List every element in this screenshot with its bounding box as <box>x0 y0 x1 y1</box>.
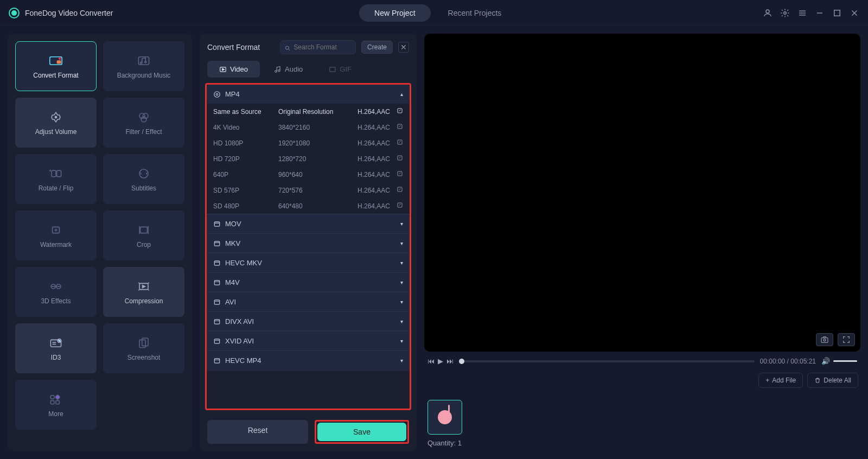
format-group-hevc-mp4[interactable]: HEVC MP4▾ <box>207 351 410 370</box>
create-button[interactable]: Create <box>361 41 393 54</box>
save-button[interactable]: Save <box>317 423 406 441</box>
svg-rect-20 <box>57 170 61 176</box>
tool-label: More <box>48 410 63 418</box>
prev-button[interactable]: ⏮ <box>427 357 435 365</box>
svg-line-40 <box>288 49 290 50</box>
edit-icon[interactable] <box>393 170 403 178</box>
svg-rect-65 <box>214 319 219 323</box>
tool-compression[interactable]: Compression <box>103 267 184 317</box>
format-row[interactable]: HD 1080P1920*1080H.264,AAC <box>207 135 410 151</box>
tool-id3[interactable]: ID3 <box>15 323 97 373</box>
svg-rect-69 <box>214 358 219 362</box>
svg-point-39 <box>285 46 289 49</box>
tool-3d-effects[interactable]: 3D Effects <box>15 267 97 317</box>
format-row[interactable]: 4K Video3840*2160H.264,AAC <box>207 119 410 135</box>
play-button[interactable]: ▶ <box>438 357 443 365</box>
reset-button[interactable]: Reset <box>207 420 308 444</box>
tool-crop[interactable]: Crop <box>103 211 184 260</box>
search-format-box[interactable] <box>280 40 356 54</box>
format-row[interactable]: SD 480P640*480H.264,AAC <box>207 198 410 214</box>
delete-all-button[interactable]: Delete All <box>807 373 858 388</box>
tool-icon <box>47 222 65 238</box>
tab-video[interactable]: Video <box>207 61 260 78</box>
tool-screenshot[interactable]: Screenshot <box>103 323 184 373</box>
format-row[interactable]: Same as SourceOriginal ResolutionH.264,A… <box>207 104 410 119</box>
format-name: SD 576P <box>213 187 278 194</box>
svg-rect-71 <box>821 338 828 343</box>
svg-point-0 <box>766 10 769 13</box>
format-group-divx-avi[interactable]: DIVX AVI▾ <box>207 312 410 331</box>
edit-icon[interactable] <box>393 202 403 210</box>
settings-icon[interactable] <box>780 8 790 18</box>
account-icon[interactable] <box>763 8 773 18</box>
tab-new-project[interactable]: New Project <box>359 4 430 22</box>
edit-icon[interactable] <box>393 107 403 116</box>
format-codec: H.264,AAC <box>352 202 390 210</box>
tool-watermark[interactable]: Watermark <box>15 211 97 260</box>
tab-audio[interactable]: Audio <box>262 61 315 78</box>
timeline-slider[interactable] <box>459 360 755 362</box>
format-list[interactable]: MP4 ▴ Same as SourceOriginal ResolutionH… <box>205 83 411 410</box>
volume-icon[interactable]: 🔊 <box>821 357 830 365</box>
svg-point-14 <box>145 61 146 63</box>
format-row[interactable]: 640P960*640H.264,AAC <box>207 167 410 182</box>
tool-filter-effect[interactable]: Filter / Effect <box>103 98 184 148</box>
quantity-label: Quantity: 1 <box>427 439 857 447</box>
format-group-avi[interactable]: AVI▾ <box>207 292 410 311</box>
media-thumbnail[interactable] <box>427 400 462 435</box>
tool-convert-format[interactable]: Convert Format <box>15 41 97 91</box>
tools-sidebar: Convert FormatBackground MusicAdjust Vol… <box>8 34 192 451</box>
close-window-icon[interactable] <box>850 8 859 18</box>
search-input[interactable] <box>293 43 351 51</box>
edit-icon[interactable] <box>393 186 403 194</box>
tool-background-music[interactable]: Background Music <box>103 41 184 91</box>
titlebar: FoneDog Video Converter New Project Rece… <box>0 0 868 26</box>
chevron-down-icon: ▾ <box>400 221 403 227</box>
close-panel-button[interactable]: ✕ <box>398 42 409 53</box>
chevron-down-icon: ▾ <box>400 260 403 266</box>
format-row[interactable]: SD 576P720*576H.264,AAC <box>207 182 410 198</box>
tool-rotate-flip[interactable]: Rotate / Flip <box>15 154 97 204</box>
tool-subtitles[interactable]: Subtitles <box>103 154 184 204</box>
tool-more[interactable]: More <box>15 380 97 430</box>
maximize-icon[interactable] <box>832 8 842 18</box>
format-group-m4v[interactable]: M4V▾ <box>207 273 410 292</box>
tab-gif[interactable]: GIF <box>317 61 363 78</box>
format-group-mov[interactable]: MOV▾ <box>207 214 410 233</box>
svg-point-46 <box>214 91 220 97</box>
format-group-label: M4V <box>225 278 240 286</box>
add-file-button[interactable]: +Add File <box>758 373 803 388</box>
edit-icon[interactable] <box>393 155 403 163</box>
format-resolution: 960*640 <box>278 171 352 178</box>
tool-icon <box>47 279 65 294</box>
tool-label: Adjust Volume <box>35 128 77 136</box>
svg-marker-28 <box>143 285 145 288</box>
format-group-label: MKV <box>225 239 240 247</box>
format-name: SD 480P <box>213 202 278 210</box>
tab-gif-label: GIF <box>340 65 352 73</box>
format-group-mp4[interactable]: MP4 ▴ <box>207 85 410 104</box>
svg-rect-19 <box>52 170 56 176</box>
trash-icon <box>814 377 821 384</box>
svg-rect-37 <box>50 400 54 404</box>
format-codec: H.264,AAC <box>352 139 390 147</box>
tool-adjust-volume[interactable]: Adjust Volume <box>15 98 97 148</box>
chevron-up-icon: ▴ <box>400 91 403 97</box>
svg-rect-59 <box>214 260 219 265</box>
tool-icon <box>47 53 65 68</box>
format-group-xvid-avi[interactable]: XVID AVI▾ <box>207 331 410 350</box>
next-button[interactable]: ⏭ <box>446 357 454 365</box>
menu-icon[interactable] <box>797 8 807 18</box>
fullscreen-button[interactable] <box>838 333 855 346</box>
edit-icon[interactable] <box>393 139 403 147</box>
format-group-mkv[interactable]: MKV▾ <box>207 234 410 253</box>
edit-icon[interactable] <box>393 123 403 131</box>
tab-recent-projects[interactable]: Recent Projects <box>433 4 517 22</box>
format-row[interactable]: HD 720P1280*720H.264,AAC <box>207 151 410 167</box>
film-icon <box>213 337 221 345</box>
snapshot-button[interactable] <box>816 333 833 346</box>
volume-slider[interactable] <box>833 360 857 362</box>
format-group-hevc-mkv[interactable]: HEVC MKV▾ <box>207 253 410 272</box>
minimize-icon[interactable] <box>815 8 825 18</box>
format-group-label: AVI <box>225 298 236 306</box>
